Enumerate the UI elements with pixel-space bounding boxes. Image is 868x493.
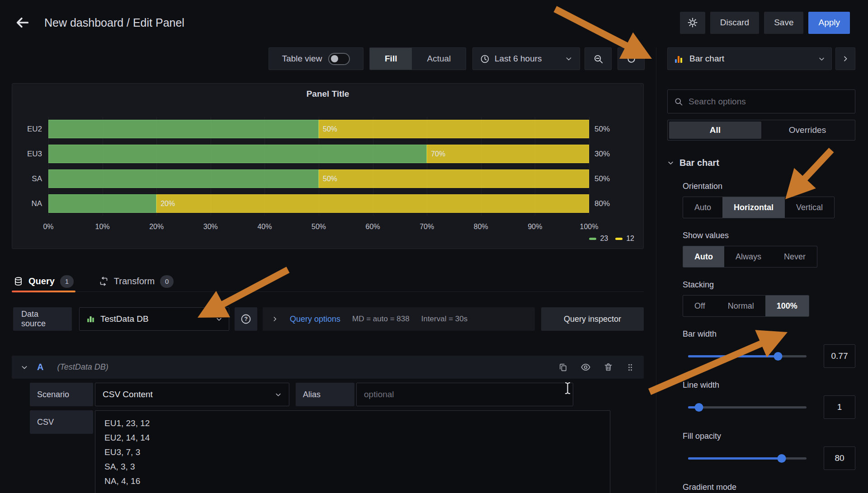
option-slider[interactable] [688,352,807,361]
query-options-bar: Query options MD = auto = 838 Interval =… [263,307,535,331]
duplicate-icon[interactable] [558,362,568,372]
legend-item[interactable]: 23 [589,235,608,243]
datasource-picker[interactable]: TestData DB [79,307,229,331]
slider-thumb[interactable] [694,403,703,412]
back-button[interactable] [13,13,33,33]
visualization-name: Bar chart [689,54,813,64]
save-button[interactable]: Save [764,12,803,34]
radio-option-never[interactable]: Never [773,246,817,267]
refresh-icon [626,54,637,64]
slider-thumb[interactable] [774,352,783,361]
radio-group: AutoAlwaysNever [683,246,817,268]
stacked-bar[interactable]: 50%50% [48,120,589,138]
actual-mode-option[interactable]: Actual [412,48,466,70]
tab-all[interactable]: All [669,122,761,139]
fill-mode-option[interactable]: Fill [370,48,412,70]
drag-handle-icon[interactable] [626,363,635,372]
search-options-input[interactable]: Search options [667,89,855,113]
query-options-md: MD = auto = 838 [352,315,410,324]
radio-option-off[interactable]: Off [683,296,717,316]
option-label: Stacking [683,280,855,290]
query-ref-id: A [37,362,43,372]
chart-row: NA20%80% [12,194,643,213]
radio-group: AutoHorizontalVertical [683,197,835,218]
refresh-button[interactable] [618,47,645,70]
svg-text:?: ? [244,316,248,322]
search-placeholder: Search options [689,97,746,107]
collapse-options-button[interactable] [835,47,855,70]
section-title: Bar chart [679,158,719,168]
zoom-out-button[interactable] [585,47,612,70]
datasource-help-button[interactable]: ? [235,307,257,331]
option-show-values: Show valuesAutoAlwaysNever [683,231,855,268]
chevron-right-icon [842,55,849,62]
bar-right-label: 80% [594,194,610,213]
series-b-segment[interactable] [427,145,589,163]
option-slider[interactable] [688,454,807,463]
chevron-down-icon [216,316,222,323]
discard-button[interactable]: Discard [710,12,759,34]
tab-transform[interactable]: Transform0 [97,271,175,291]
tab-overrides[interactable]: Overrides [761,122,854,139]
radio-option-horizontal[interactable]: Horizontal [722,197,785,218]
panel-settings-button[interactable] [680,12,705,34]
radio-group: OffNormal100% [683,295,809,317]
radio-option-auto[interactable]: Auto [683,246,724,267]
table-view-toggle[interactable] [328,53,350,65]
legend-item[interactable]: 12 [615,235,634,243]
stacked-bar[interactable]: 20%80% [48,194,589,213]
x-axis-tick: 20% [149,223,164,231]
radio-option-vertical[interactable]: Vertical [785,197,834,218]
csv-line: EU2, 14, 14 [104,431,601,445]
radio-option-auto[interactable]: Auto [683,197,722,218]
chart-row: SA50%50% [12,169,643,188]
x-axis-tick: 30% [203,223,218,231]
tab-count-badge: 0 [160,275,174,288]
alias-label: Alias [296,383,354,406]
series-b-segment[interactable] [319,120,589,138]
radio-option-always[interactable]: Always [724,246,773,267]
alias-input[interactable]: optional [356,383,573,406]
option-slider[interactable] [688,403,807,412]
datasource-label: Data source [13,307,72,331]
query-inspector-button[interactable]: Query inspector [541,307,644,331]
category-label: EU2 [12,120,42,138]
series-a-segment[interactable] [48,120,319,138]
barchart-section-header[interactable]: Bar chart [667,158,855,168]
x-axis-tick: 0% [43,223,53,231]
chevron-down-icon [275,391,282,398]
series-a-segment[interactable] [48,194,156,213]
chevron-down-icon [818,56,825,62]
legend-label: 23 [600,235,608,243]
option-label: Gradient mode [683,483,855,492]
series-b-segment[interactable] [156,194,589,213]
scenario-select[interactable]: CSV Content [95,383,289,406]
option-value[interactable]: 1 [824,395,855,419]
csv-content-textarea[interactable]: EU1, 23, 12EU2, 14, 14EU3, 7, 3SA, 3, 3N… [95,410,610,493]
chevron-right-icon[interactable] [272,316,278,322]
query-options-link[interactable]: Query options [290,315,340,324]
bar-right-label: 50% [594,120,610,138]
trash-icon[interactable] [604,362,613,372]
option-value[interactable]: 80 [824,446,855,470]
x-axis-tick: 40% [257,223,272,231]
radio-option-normal[interactable]: Normal [717,296,765,316]
option-fill-opacity: Fill opacity80 [683,432,855,470]
stacked-bar[interactable]: 50%50% [48,169,589,188]
series-b-segment[interactable] [319,169,589,188]
apply-button[interactable]: Apply [808,12,850,34]
scenario-value: CSV Content [103,390,153,399]
options-tab-group: All Overrides [667,120,855,141]
eye-icon[interactable] [580,362,591,372]
time-range-picker[interactable]: Last 6 hours [472,47,580,70]
radio-option-100%[interactable]: 100% [765,296,809,316]
series-a-segment[interactable] [48,169,319,188]
option-value[interactable]: 0.77 [824,344,855,368]
category-label: EU3 [12,145,42,163]
slider-thumb[interactable] [777,454,786,463]
series-a-segment[interactable] [48,145,427,163]
query-row-header[interactable]: A (TestData DB) [12,356,644,379]
stacked-bar[interactable]: 70%30% [48,145,589,163]
tab-query[interactable]: Query1 [12,271,75,291]
visualization-picker[interactable]: Bar chart [667,47,832,70]
